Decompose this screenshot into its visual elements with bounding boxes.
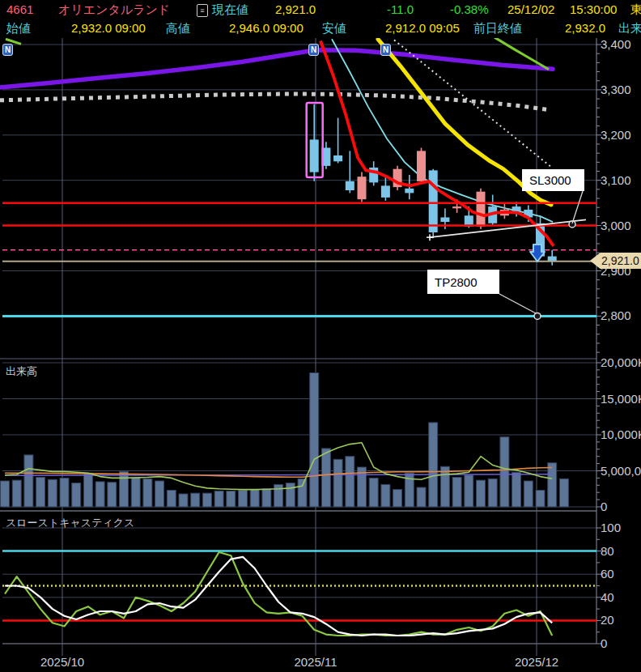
- axis-label: 40: [601, 590, 614, 604]
- symbol-name: オリエンタルランド: [58, 2, 170, 18]
- price-level-lines[interactable]: [2, 203, 596, 317]
- news-marker[interactable]: N: [308, 44, 319, 56]
- change-percent: -0.38%: [450, 2, 489, 16]
- axis-label: 3,100: [601, 173, 631, 187]
- volume-header-label: 出来高: [618, 21, 641, 36]
- axis-label: 20: [601, 613, 614, 627]
- news-marker[interactable]: N: [2, 44, 13, 56]
- stochastics-lines: [2, 551, 596, 636]
- gridlines: [0, 38, 596, 656]
- axis-label: 3,300: [601, 83, 631, 96]
- open-value: 2,932.0 09:00: [71, 21, 146, 35]
- chart-window: 3,4003,3003,2003,1003,0002,9002,80020,00…: [0, 0, 641, 672]
- prev-close-label: 前日終値: [473, 21, 522, 36]
- news-marker[interactable]: N: [380, 44, 391, 56]
- high-value: 2,946.0 09:00: [229, 21, 304, 35]
- axis-label: 2,800: [601, 308, 631, 322]
- prev-close-value: 2,932.0: [565, 21, 605, 35]
- axis-label: 5,000,000: [601, 464, 641, 478]
- exchange-label: 東: [630, 2, 641, 18]
- low-value: 2,912.0 09:05: [385, 21, 460, 35]
- chart-canvas[interactable]: 3,4003,3003,2003,1003,0002,9002,80020,00…: [0, 0, 641, 672]
- take-profit-handle[interactable]: [534, 313, 541, 319]
- axis-label: 0: [601, 500, 607, 513]
- volume-bars: [1, 373, 569, 508]
- volume-pane-title: 出来高: [6, 364, 37, 379]
- low-label: 安値: [322, 21, 346, 36]
- current-value: 2,921.0: [275, 2, 316, 16]
- quote-time: 15:30:00: [570, 2, 617, 16]
- list-icon[interactable]: ≡: [197, 4, 208, 17]
- axis-label: 60: [601, 567, 614, 581]
- moving-average-lines: [0, 37, 553, 222]
- change-value: -11.0: [387, 2, 414, 16]
- axis-label: 3,000: [601, 219, 631, 232]
- axis-label: 3,200: [601, 128, 631, 142]
- symbol-code: 4661: [6, 2, 33, 16]
- axis-label: 2025/11: [294, 655, 337, 669]
- axis-label: 100: [601, 521, 621, 534]
- current-price-badge: 2,921.0: [590, 253, 641, 269]
- axis-label: 20,000K: [601, 355, 641, 369]
- take-profit-annotation[interactable]: TP2800: [427, 270, 499, 294]
- quote-header: 4661 オリエンタルランド 現在値 2,921.0 -11.0 -0.38% …: [0, 0, 641, 38]
- current-label: 現在値: [212, 2, 248, 18]
- axis-label: 2025/12: [515, 655, 558, 669]
- axis-label: 3,400: [601, 37, 631, 51]
- axis-label: 15,000K: [601, 392, 641, 406]
- open-label: 始値: [6, 21, 31, 36]
- trendline[interactable]: [427, 219, 586, 240]
- quote-date: 25/12/02: [507, 2, 554, 16]
- axis-label: 10,000K: [601, 427, 641, 441]
- stop-loss-annotation[interactable]: SL3000: [522, 169, 584, 191]
- axis-label: 80: [601, 544, 614, 558]
- high-label: 高値: [166, 21, 190, 36]
- axis-label: 0: [601, 636, 607, 650]
- axis-label: 2025/10: [40, 655, 84, 669]
- stochastics-pane-title: スローストキャスティクス: [6, 516, 134, 530]
